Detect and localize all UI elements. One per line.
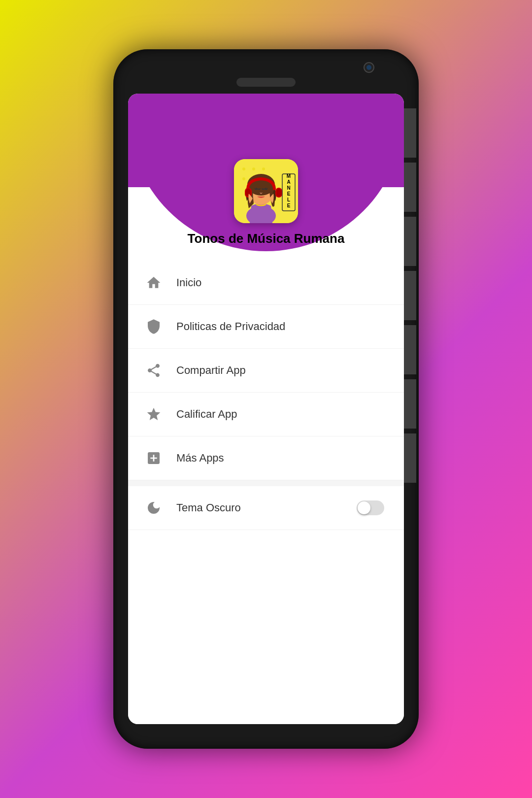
svg-line-15 bbox=[266, 188, 266, 189]
svg-line-13 bbox=[260, 188, 260, 190]
menu-label-mas-apps: Más Apps bbox=[176, 452, 389, 465]
menu-label-calificar: Calificar App bbox=[176, 408, 389, 421]
icon-title-container: MANELE M A N E L E Tonos de Música Ruman… bbox=[128, 159, 404, 251]
star-icon bbox=[143, 403, 165, 425]
svg-text:N: N bbox=[287, 185, 290, 191]
tema-oscuro-toggle[interactable] bbox=[357, 500, 384, 515]
app-icon-illustration: MANELE M A N E L E bbox=[234, 159, 298, 223]
shield-icon bbox=[143, 316, 165, 337]
svg-point-2 bbox=[252, 167, 255, 170]
app-icon: MANELE M A N E L E bbox=[234, 159, 298, 223]
moon-icon bbox=[143, 497, 165, 519]
svg-point-3 bbox=[262, 167, 265, 170]
phone-device: › › › › › › › bbox=[113, 49, 419, 749]
svg-text:E: E bbox=[287, 191, 291, 197]
svg-text:L: L bbox=[287, 197, 290, 202]
app-header: MANELE M A N E L E Tonos de Música Ruman… bbox=[128, 94, 404, 251]
svg-line-12 bbox=[256, 188, 257, 189]
share-icon bbox=[143, 360, 165, 381]
menu-item-inicio[interactable]: Inicio bbox=[128, 261, 404, 305]
svg-rect-20 bbox=[276, 189, 281, 197]
phone-screen: MANELE M A N E L E Tonos de Música Ruman… bbox=[128, 94, 404, 724]
home-icon bbox=[143, 272, 165, 294]
menu-label-tema-oscuro: Tema Oscuro bbox=[176, 501, 357, 514]
svg-text:M: M bbox=[287, 173, 291, 179]
add-box-icon bbox=[143, 447, 165, 469]
phone-speaker bbox=[236, 78, 296, 87]
menu-divider bbox=[128, 480, 404, 486]
tema-oscuro-toggle-container: Tema Oscuro bbox=[176, 500, 389, 515]
menu-label-privacidad: Politicas de Privacidad bbox=[176, 320, 389, 333]
svg-line-14 bbox=[262, 188, 263, 190]
menu-label-inicio: Inicio bbox=[176, 276, 389, 289]
menu-item-mas-apps[interactable]: Más Apps bbox=[128, 436, 404, 480]
phone-camera bbox=[364, 62, 374, 73]
svg-point-4 bbox=[242, 177, 245, 180]
menu-list: Inicio Politicas de Privacidad Com bbox=[128, 251, 404, 724]
menu-label-compartir: Compartir App bbox=[176, 364, 389, 377]
menu-item-compartir[interactable]: Compartir App bbox=[128, 349, 404, 393]
menu-item-privacidad[interactable]: Politicas de Privacidad bbox=[128, 305, 404, 349]
app-title: Tonos de Música Rumana bbox=[188, 231, 345, 246]
svg-text:A: A bbox=[287, 179, 290, 185]
svg-point-1 bbox=[242, 167, 245, 170]
menu-item-tema-oscuro[interactable]: Tema Oscuro bbox=[128, 486, 404, 530]
toggle-knob bbox=[358, 501, 370, 514]
menu-item-calificar[interactable]: Calificar App bbox=[128, 393, 404, 436]
svg-text:E: E bbox=[287, 203, 291, 208]
